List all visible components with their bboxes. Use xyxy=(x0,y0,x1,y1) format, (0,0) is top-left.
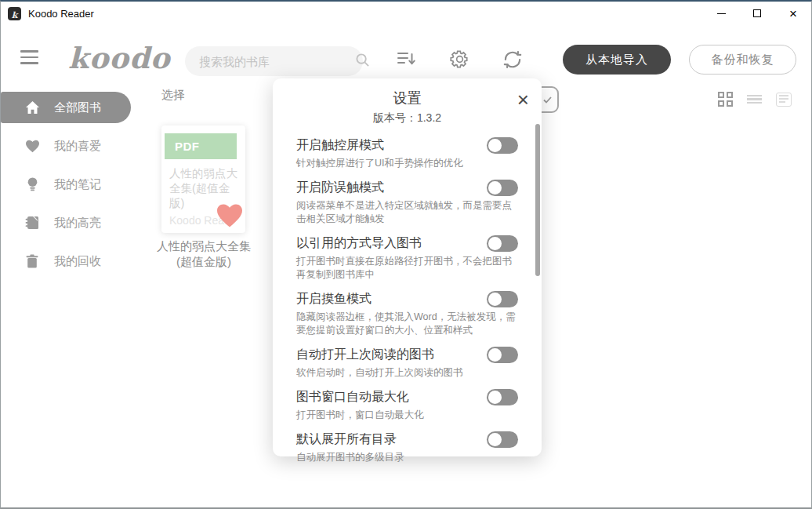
dialog-title: 设置 xyxy=(296,89,518,107)
import-local-button[interactable]: 从本地导入 xyxy=(563,45,671,75)
setting-title: 自动打开上次阅读的图书 xyxy=(296,347,434,363)
setting-title: 开启防误触模式 xyxy=(296,180,384,196)
setting-title: 以引用的方式导入图书 xyxy=(296,235,422,252)
close-icon: × xyxy=(789,7,797,20)
setting-title: 默认展开所有目录 xyxy=(296,431,397,448)
toggle-knob xyxy=(488,237,502,250)
toggle-knob xyxy=(488,293,502,306)
setting-toggle[interactable] xyxy=(487,180,518,196)
setting-toggle[interactable] xyxy=(487,137,518,154)
setting-description: 自动展开图书的多级目录 xyxy=(296,451,518,464)
setting-description: 打开图书时，窗口自动最大化 xyxy=(296,409,518,422)
koodo-reader-window: k Koodo Reader × koodo 从本地导入 备份和恢复 xyxy=(0,0,812,509)
setting-title: 开启触控屏模式 xyxy=(296,137,384,154)
sidebar-item-icon xyxy=(24,254,40,268)
window-controls: × xyxy=(703,2,811,25)
detail-view-icon[interactable] xyxy=(775,91,792,107)
menu-icon[interactable] xyxy=(20,50,38,68)
toggle-knob xyxy=(488,181,502,195)
grid-view-icon[interactable] xyxy=(717,91,734,107)
setting-row: 开启防误触模式 阅读器菜单不是进入特定区域就触发，而是需要点击相关区域才能触发 xyxy=(296,180,518,226)
app-logo-icon: k xyxy=(8,7,21,20)
sidebar-item[interactable]: 我的笔记 xyxy=(1,169,131,200)
sidebar-item-icon xyxy=(24,140,40,153)
setting-row: 开启摸鱼模式 隐藏阅读器边框，使其混入Word，无法被发现，需要您提前设置好窗口… xyxy=(296,291,518,337)
maximize-button[interactable] xyxy=(739,2,775,25)
setting-description: 隐藏阅读器边框，使其混入Word，无法被发现，需要您提前设置好窗口的大小、位置和… xyxy=(296,311,518,337)
gear-icon[interactable] xyxy=(449,49,470,73)
format-badge: PDF xyxy=(165,133,237,159)
window-title: Koodo Reader xyxy=(28,8,94,20)
setting-title: 图书窗口自动最大化 xyxy=(296,389,409,405)
setting-row: 默认展开所有目录 自动展开图书的多级目录 xyxy=(296,431,518,464)
sidebar-item-label: 我的喜爱 xyxy=(54,139,101,154)
search-icon[interactable] xyxy=(355,53,370,71)
dialog-scrollbar[interactable] xyxy=(535,124,540,276)
minimize-button[interactable] xyxy=(703,2,739,25)
sidebar-item-icon xyxy=(24,216,40,230)
book-title[interactable]: 人性的弱点大全集(超值金版) xyxy=(157,238,251,270)
sidebar-item[interactable]: 我的回收 xyxy=(1,245,131,277)
setting-toggle[interactable] xyxy=(487,431,518,448)
search-input[interactable] xyxy=(199,55,355,68)
toggle-knob xyxy=(488,139,502,152)
setting-row: 以引用的方式导入图书 打开图书时直接在原始路径打开图书，不会把图书再复制到图书库… xyxy=(296,235,518,282)
koodo-logo: koodo xyxy=(68,41,171,75)
sidebar-item[interactable]: 我的高亮 xyxy=(1,207,131,238)
backup-restore-button[interactable]: 备份和恢复 xyxy=(689,45,796,75)
sidebar-item[interactable]: 我的喜爱 xyxy=(1,130,131,162)
sidebar-item-label: 我的高亮 xyxy=(54,216,101,231)
sidebar-item-label: 全部图书 xyxy=(54,100,101,115)
list-view-icon[interactable] xyxy=(746,91,763,107)
setting-description: 软件启动时，自动打开上次阅读的图书 xyxy=(296,366,518,380)
maximize-icon xyxy=(753,9,761,17)
close-button[interactable]: × xyxy=(775,2,811,25)
view-mode-switcher xyxy=(717,91,792,107)
setting-description: 打开图书时直接在原始路径打开图书，不会把图书再复制到图书库中 xyxy=(296,255,518,282)
version-label: 版本号：1.3.2 xyxy=(296,111,518,125)
settings-dialog: × 设置 版本号：1.3.2 开启触控屏模式 针对触控屏进行了UI和手势操作的优… xyxy=(273,78,542,456)
dialog-close-icon[interactable]: × xyxy=(517,89,529,110)
select-mode-label[interactable]: 选择 xyxy=(161,88,185,103)
titlebar: k Koodo Reader × xyxy=(1,2,811,25)
setting-row: 自动打开上次阅读的图书 软件启动时，自动打开上次阅读的图书 xyxy=(296,347,518,380)
sidebar: 全部图书 我的喜爱 我的笔记 我的高亮 我的回收 xyxy=(1,92,158,284)
setting-row: 图书窗口自动最大化 打开图书时，窗口自动最大化 xyxy=(296,389,518,422)
setting-title: 开启摸鱼模式 xyxy=(296,291,372,307)
setting-toggle[interactable] xyxy=(487,347,518,363)
sidebar-item-label: 我的笔记 xyxy=(54,177,101,192)
book-card[interactable]: PDF 人性的弱点大全集(超值金版) Koodo Read xyxy=(161,125,245,233)
sync-icon[interactable] xyxy=(502,49,523,73)
sidebar-item-icon xyxy=(24,100,40,115)
setting-row: 开启触控屏模式 针对触控屏进行了UI和手势操作的优化 xyxy=(296,137,518,170)
setting-toggle[interactable] xyxy=(487,389,518,405)
setting-toggle[interactable] xyxy=(487,235,518,252)
sidebar-item-label: 我的回收 xyxy=(54,254,101,269)
toggle-knob xyxy=(488,348,502,362)
sidebar-item[interactable]: 全部图书 xyxy=(1,92,131,123)
sidebar-item-icon xyxy=(24,176,40,192)
toggle-knob xyxy=(488,433,502,446)
settings-list: 开启触控屏模式 针对触控屏进行了UI和手势操作的优化 开启防误触模式 阅读器菜单… xyxy=(296,137,518,464)
sort-icon[interactable] xyxy=(397,51,416,70)
setting-toggle[interactable] xyxy=(487,291,518,307)
minimize-icon xyxy=(717,13,726,14)
search-box[interactable] xyxy=(185,46,363,76)
setting-description: 针对触控屏进行了UI和手势操作的优化 xyxy=(296,157,518,170)
setting-description: 阅读器菜单不是进入特定区域就触发，而是需要点击相关区域才能触发 xyxy=(296,199,518,226)
favorite-heart-icon[interactable] xyxy=(216,203,244,231)
toggle-knob xyxy=(488,391,502,404)
